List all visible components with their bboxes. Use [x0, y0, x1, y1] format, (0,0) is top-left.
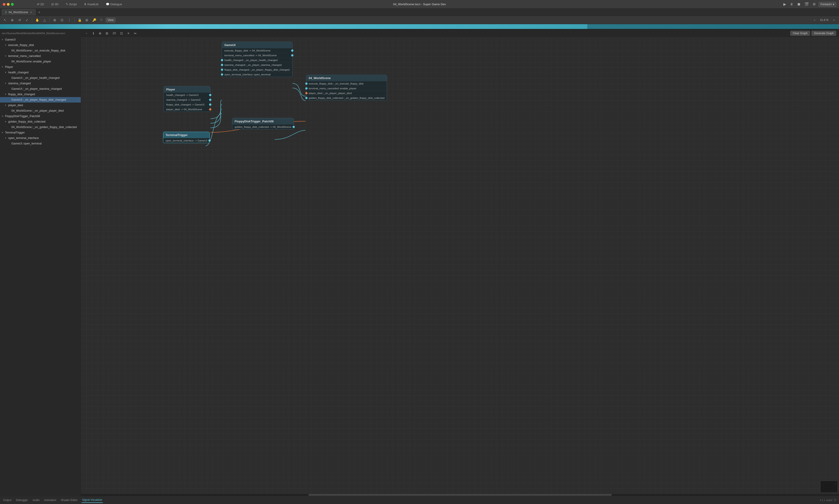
node-row[interactable]: health_changed -> GameUI: [164, 92, 210, 97]
tab-debugger[interactable]: Debugger: [16, 498, 29, 503]
sidebar-item-floppy-changed[interactable]: ▾floppy_disk_changed: [0, 92, 81, 97]
sidebar-item-execute-floppy[interactable]: ▾execute_floppy_disk: [0, 42, 81, 48]
tab-close-button[interactable]: ✕: [30, 11, 33, 14]
tab-audio[interactable]: Audio: [32, 498, 40, 503]
node-row[interactable]: terminal_menu_cancelled -> 04_WorldScene: [222, 53, 292, 58]
sidebar-item-on-golden-floppy[interactable]: 04_WorldScene::_on_golden_floppy_disk_co…: [0, 124, 81, 130]
node-row[interactable]: execute_floppy_disk::_on_execute_floppy_…: [307, 81, 387, 86]
snap-graph-icon[interactable]: ⊡: [119, 31, 124, 36]
sidebar-item-on-floppy-changed[interactable]: GameUI::_on_player_floppy_disk_changed: [0, 97, 81, 103]
port-left[interactable]: [221, 73, 223, 76]
nav-dialogue[interactable]: 💬 Dialogue: [104, 2, 123, 6]
sidebar-item-on-stamina-changed[interactable]: GameUI::_on_player_stamina_changed: [0, 86, 81, 92]
node-terminal-trigger[interactable]: TerminalTrigger open_terminal_interface …: [163, 132, 210, 143]
port-left[interactable]: [305, 83, 308, 85]
nav-assetlib[interactable]: ⬇ AssetLib: [83, 2, 100, 6]
zoom-reset-button[interactable]: ○: [831, 17, 837, 23]
port-right-orange[interactable]: [209, 108, 211, 110]
scale-tool[interactable]: ⤢: [24, 17, 30, 23]
rotate-tool[interactable]: ↺: [16, 17, 23, 23]
select-tool[interactable]: ↖: [2, 17, 8, 23]
port-left[interactable]: [221, 64, 223, 66]
grid-tool[interactable]: ⊡: [59, 17, 65, 23]
sidebar-item-enable-player[interactable]: 04_WorldScene::enable_player: [0, 59, 81, 64]
tab-worldscene[interactable]: 🗒 04_WorldScene ✕: [2, 9, 36, 16]
pause-button[interactable]: ⏸: [789, 2, 794, 7]
node-row[interactable]: floppy_disk_changed::_on_player_floppy_d…: [222, 67, 292, 72]
close-button[interactable]: [3, 3, 5, 6]
move-tool[interactable]: ⊕: [9, 17, 16, 23]
play-button[interactable]: ▶: [783, 2, 787, 7]
node-row[interactable]: health_changed::_on_player_health_change…: [222, 58, 292, 62]
zoom-out-graph-icon[interactable]: −: [84, 31, 89, 36]
generate-graph-button[interactable]: Generate Graph: [811, 31, 836, 36]
layout-icon[interactable]: ≡: [126, 31, 131, 36]
tab-output[interactable]: Output: [3, 498, 12, 503]
debug-button[interactable]: ⚙: [811, 2, 817, 7]
node-row[interactable]: stamina_changed -> GameUI: [164, 97, 210, 102]
port-left[interactable]: [305, 97, 308, 99]
grid-icon[interactable]: ⊞: [104, 31, 110, 36]
sidebar-item-player-died[interactable]: ▾player_died: [0, 103, 81, 108]
sidebar-item-golden-floppy[interactable]: ▾golden_floppy_disk_collected: [0, 119, 81, 124]
settings-icon[interactable]: ☰: [834, 499, 836, 502]
add-node-icon[interactable]: ⊕: [97, 31, 103, 36]
nav-2d[interactable]: ⇄ 2D: [36, 2, 46, 6]
node-row[interactable]: golden_floppy_disk_collected -> 04_World…: [232, 124, 294, 129]
node-row[interactable]: golden_floppy_disk_collected::_on_golden…: [307, 95, 387, 100]
sidebar-item-open-terminal[interactable]: ▾open_terminal_interface: [0, 136, 81, 141]
sidebar-item-gameui[interactable]: ▾GameUI: [0, 37, 81, 42]
tab-animation[interactable]: Animation: [43, 498, 56, 503]
port-left[interactable]: [221, 59, 223, 61]
info-icon[interactable]: ℹ: [90, 31, 96, 36]
ruler-tool[interactable]: △: [41, 17, 48, 23]
node-floppy-trigger[interactable]: FloppyDiskTrigger_Patch06 golden_floppy_…: [232, 118, 294, 129]
node-gameui[interactable]: GameUI execute_floppy_disk -> 04_WorldSc…: [222, 42, 293, 77]
node-row[interactable]: execute_floppy_disk -> 04_WorldScene: [222, 48, 292, 53]
tab-shader-editor[interactable]: Shader Editor: [60, 498, 78, 503]
tab-signal-visualizer[interactable]: Signal Visualizer: [82, 498, 103, 503]
key-tool[interactable]: 🔑: [91, 17, 97, 23]
sidebar-item-player[interactable]: ▾Player: [0, 64, 81, 70]
port-right[interactable]: [293, 126, 295, 128]
node-row[interactable]: terminal_menu_cancelled::enable_player: [307, 86, 387, 91]
movie-button[interactable]: 🎬: [803, 2, 810, 7]
node-worldscene[interactable]: 04_WorldScene execute_floppy_disk::_on_e…: [306, 75, 387, 101]
port-left-orange[interactable]: [305, 92, 308, 94]
zoom-out-button[interactable]: −: [811, 17, 818, 23]
node-row[interactable]: open_terminal_interface -> GameUI: [163, 138, 210, 143]
node-player[interactable]: Player health_changed -> GameUI stamina_…: [164, 86, 210, 112]
maximize-button[interactable]: [11, 3, 14, 6]
lock-tool[interactable]: 🔒: [76, 17, 83, 23]
sidebar-item-terminal-trigger[interactable]: ▾TerminalTrigger: [0, 130, 81, 136]
port-right[interactable]: [291, 54, 293, 56]
minimap[interactable]: [820, 481, 838, 492]
nav-3d[interactable]: ⊟ 3D: [50, 2, 60, 6]
renderer-dropdown[interactable]: Forward+ ▾: [819, 2, 836, 7]
more-tools[interactable]: ⋮: [66, 17, 72, 23]
node-row[interactable]: open_terminal_interface::open_terminal: [222, 72, 292, 77]
connect-icon[interactable]: ⇋: [133, 31, 138, 36]
node-row[interactable]: player_died -> 04_WorldScene: [164, 107, 210, 112]
port-right[interactable]: [209, 104, 211, 106]
stop-button[interactable]: ⏹: [796, 2, 802, 7]
snap-tool[interactable]: ⊞: [84, 17, 90, 23]
port-right[interactable]: [208, 140, 211, 142]
sidebar-item-health-changed[interactable]: ▾health_changed: [0, 70, 81, 75]
port-left[interactable]: [305, 87, 308, 90]
scrollbar-thumb[interactable]: [309, 494, 612, 496]
nav-script[interactable]: ✎ Script: [64, 2, 78, 6]
horizontal-scrollbar[interactable]: [81, 494, 839, 496]
port-right[interactable]: [209, 94, 211, 96]
clear-graph-button[interactable]: Clear Graph: [790, 31, 810, 36]
sidebar-item-on-player-died[interactable]: 04_WorldScene::_on_player_player_died: [0, 108, 81, 113]
sidebar-item-stamina-changed[interactable]: ▾stamina_changed: [0, 80, 81, 86]
port-left[interactable]: [221, 69, 223, 71]
sidebar-item-on-health-changed[interactable]: GameUI::_on_player_health_changed: [0, 75, 81, 80]
sidebar-item-on-execute-floppy[interactable]: 04_WorldScene::_on_execute_floppy_disk: [0, 48, 81, 53]
timeline-ruler[interactable]: [0, 24, 839, 29]
port-right[interactable]: [209, 98, 211, 101]
node-row[interactable]: player_died::_on_player_player_died: [307, 91, 387, 95]
minimize-button[interactable]: [7, 3, 10, 6]
flag-tool[interactable]: ⚐: [98, 17, 105, 23]
